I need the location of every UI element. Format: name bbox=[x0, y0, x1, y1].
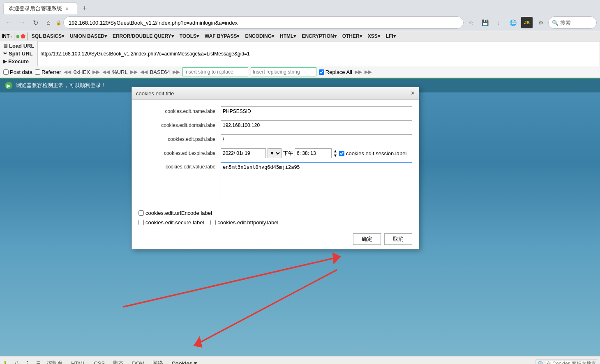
secure-checkbox[interactable] bbox=[138, 220, 144, 225]
main-content: ▶ 浏览器兼容检测正常，可以顺利登录！ cookies.edit.title ×… bbox=[0, 78, 600, 356]
js-icon[interactable]: JS bbox=[521, 17, 533, 28]
replace-all-checkbox-label[interactable]: Replace All bbox=[319, 69, 352, 75]
urlencode-checkbox[interactable] bbox=[138, 210, 144, 216]
oxhex-button[interactable]: 0xHEX bbox=[74, 69, 90, 75]
load-url-action[interactable]: ▤ Load URL bbox=[3, 43, 34, 49]
arrow-right-1: ▶▶ bbox=[92, 69, 100, 75]
devtools-tab-dom[interactable]: DOM bbox=[128, 358, 148, 364]
domain-input[interactable] bbox=[221, 120, 412, 130]
download-icon[interactable]: ↓ bbox=[493, 17, 505, 28]
value-textarea[interactable] bbox=[221, 162, 412, 199]
devtools-tab-console[interactable]: 控制台 bbox=[43, 357, 67, 364]
dialog-close-button[interactable]: × bbox=[411, 90, 415, 97]
ok-button[interactable]: 确定 bbox=[353, 233, 381, 245]
int-dropdown[interactable]: ▾ bbox=[10, 34, 12, 39]
search-input[interactable] bbox=[560, 20, 593, 26]
inspect-icon[interactable]: 🐛 bbox=[2, 359, 11, 364]
reload-button[interactable]: ↻ bbox=[30, 17, 41, 28]
referrer-checkbox-label[interactable]: Referrer bbox=[35, 69, 61, 75]
extensions-icon[interactable]: 🌐 bbox=[507, 17, 519, 28]
execute-action[interactable]: ▶ Execute bbox=[3, 58, 29, 65]
name-input[interactable] bbox=[221, 106, 412, 116]
expire-inputs: ▼ 下午 ▲▼ cookies.edit.session.label bbox=[221, 148, 406, 158]
dialog-title-bar: cookies.edit.title × bbox=[132, 87, 419, 100]
split-url-action[interactable]: ✂ Split URL bbox=[3, 51, 33, 57]
union-based-menu[interactable]: UNION BASED▾ bbox=[67, 32, 109, 40]
hackbar-toolbar: INT ▾ ■ ⬟ SQL BASICS▾ UNION BASED▾ ERROR… bbox=[0, 31, 600, 78]
devtools-tab-script[interactable]: 脚本 bbox=[109, 357, 128, 364]
home-button[interactable]: ⌂ bbox=[43, 17, 54, 28]
dialog-overlay: cookies.edit.title × cookies.edit.name.l… bbox=[0, 78, 600, 356]
xss-menu[interactable]: XSS▾ bbox=[365, 32, 383, 40]
path-input[interactable] bbox=[221, 134, 412, 144]
session-checkbox[interactable] bbox=[339, 151, 344, 156]
referrer-checkbox[interactable] bbox=[35, 69, 40, 75]
int-label: INT bbox=[2, 33, 9, 39]
post-data-checkbox[interactable] bbox=[3, 69, 9, 75]
arrow-right-3: ▶▶ bbox=[173, 69, 180, 75]
secure-checkbox-label[interactable]: cookies.edit.secure.label bbox=[138, 219, 204, 226]
tools-menu[interactable]: TOOLS▾ bbox=[177, 32, 201, 40]
bookmark-star-icon[interactable]: ☆ bbox=[465, 17, 477, 28]
search-icon: 🔍 bbox=[552, 20, 558, 26]
httponly-checkbox[interactable] bbox=[210, 220, 216, 225]
urlencode-checkbox-label[interactable]: cookies.edit.urlEncode.label bbox=[138, 210, 212, 216]
dom-tab-label: DOM bbox=[132, 360, 144, 364]
script-tab-label: 脚本 bbox=[113, 360, 124, 364]
pct-url-button[interactable]: %URL bbox=[112, 69, 128, 75]
arrow-right-5: ▶▶ bbox=[365, 69, 372, 75]
expire-date-input[interactable] bbox=[221, 148, 266, 158]
devtools-tab-cookies[interactable]: Cookies ▾ bbox=[167, 358, 201, 364]
pct-url-label: %URL bbox=[112, 69, 128, 75]
expire-dropdown[interactable]: ▼ bbox=[268, 148, 282, 158]
value-label: cookies.edit.value.label bbox=[138, 162, 221, 170]
sql-basics-menu[interactable]: SQL BASICS▾ bbox=[29, 32, 67, 40]
devtools-tab-css[interactable]: CSS bbox=[90, 358, 109, 364]
arrow-right-4: ▶▶ bbox=[355, 69, 362, 75]
base64-label: BASE64 bbox=[150, 69, 170, 75]
replace-all-checkbox[interactable] bbox=[319, 69, 324, 75]
hackbar-actions: ▤ Load URL ✂ Split URL ▶ Execute bbox=[0, 41, 37, 66]
browser-tab[interactable]: 欢迎登录后台管理系统 × bbox=[3, 2, 77, 14]
tab-close-button[interactable]: × bbox=[65, 5, 69, 12]
more-icon[interactable]: ⚙ bbox=[535, 17, 547, 28]
save-page-icon[interactable]: 💾 bbox=[479, 17, 491, 28]
time-spinner-up[interactable]: ▲▼ bbox=[333, 149, 337, 158]
devtools-search-box: 🔍 bbox=[535, 359, 598, 364]
more-tools-icon[interactable]: ⋮ bbox=[23, 359, 32, 364]
hackbar-main-row: ▤ Load URL ✂ Split URL ▶ Execute bbox=[0, 41, 600, 66]
hackbar-bottom-row: Post data Referrer ◀◀ 0xHEX ▶▶ ◀◀ %URL ▶… bbox=[0, 66, 600, 78]
element-picker-icon[interactable]: ⟨⟩ bbox=[12, 359, 21, 364]
devtools-panel: 🐛 ⟨⟩ ⋮ ☰ 控制台 HTML CSS 脚本 DOM 网络 Cookies … bbox=[0, 356, 600, 364]
devtools-tab-html[interactable]: HTML bbox=[67, 358, 90, 364]
error-double-query-menu[interactable]: ERROR/DOUBLE QUERY▾ bbox=[110, 32, 176, 40]
waf-bypass-menu[interactable]: WAF BYPASS▾ bbox=[202, 32, 242, 40]
insert-replacing-input[interactable] bbox=[251, 67, 316, 76]
other-menu[interactable]: OTHER▾ bbox=[340, 32, 365, 40]
address-input[interactable] bbox=[63, 16, 464, 29]
css-tab-label: CSS bbox=[94, 360, 105, 364]
encryption-menu[interactable]: ENCRYPTION▾ bbox=[299, 32, 339, 40]
httponly-checkbox-label[interactable]: cookies.edit.httponly.label bbox=[210, 219, 278, 226]
red-indicator: ⬟ bbox=[21, 33, 25, 39]
expire-time-input[interactable] bbox=[295, 148, 332, 158]
insert-replace-input[interactable] bbox=[182, 67, 248, 76]
breadcrumb-icon[interactable]: ☰ bbox=[34, 359, 43, 364]
html-menu[interactable]: HTML▾ bbox=[277, 32, 298, 40]
back-button[interactable]: ← bbox=[3, 17, 15, 28]
tab-title: 欢迎登录后台管理系统 bbox=[9, 5, 62, 12]
encoding-menu[interactable]: ENCODING▾ bbox=[242, 32, 277, 40]
session-checkbox-label[interactable]: cookies.edit.session.label bbox=[339, 150, 406, 157]
lfi-menu[interactable]: LFI▾ bbox=[383, 32, 398, 40]
base64-button[interactable]: BASE64 bbox=[150, 69, 170, 75]
forward-button[interactable]: → bbox=[16, 17, 28, 28]
page-area: ▶ 浏览器兼容检测正常，可以顺利登录！ cookies.edit.title ×… bbox=[0, 78, 600, 356]
hackbar-url-input[interactable] bbox=[37, 41, 600, 66]
cancel-button[interactable]: 取消 bbox=[384, 233, 412, 245]
load-url-icon: ▤ bbox=[3, 43, 7, 48]
devtools-search-input[interactable] bbox=[546, 361, 595, 364]
new-tab-button[interactable]: + bbox=[79, 3, 90, 14]
post-data-checkbox-label[interactable]: Post data bbox=[3, 69, 32, 75]
arrow-right-2: ▶▶ bbox=[130, 69, 138, 75]
devtools-tab-network[interactable]: 网络 bbox=[148, 357, 167, 364]
